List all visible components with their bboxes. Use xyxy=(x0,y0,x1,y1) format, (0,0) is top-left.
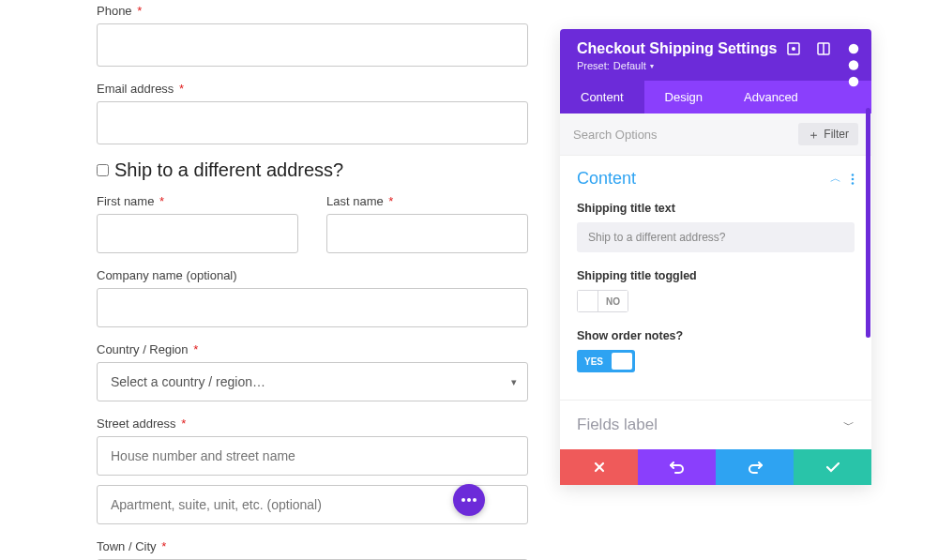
chevron-down-icon: ▾ xyxy=(650,62,654,70)
svg-point-1 xyxy=(467,498,471,502)
order-notes-toggle[interactable]: YES xyxy=(577,350,635,372)
chevron-down-icon: ﹀ xyxy=(843,417,855,433)
panel-footer xyxy=(560,449,871,485)
email-label: Email address * xyxy=(97,82,528,96)
shipping-toggled-label: Shipping title toggled xyxy=(577,269,855,282)
module-options-fab[interactable] xyxy=(453,484,485,516)
shipping-toggled-toggle[interactable]: NO xyxy=(577,290,628,312)
panel-body: Content ︿ Shipping title text Shipping t… xyxy=(560,156,871,400)
svg-point-0 xyxy=(461,498,465,502)
save-button[interactable] xyxy=(794,449,871,485)
phone-label: Phone * xyxy=(97,4,528,18)
cancel-button[interactable] xyxy=(560,449,638,485)
country-label: Country / Region * xyxy=(97,342,528,356)
settings-panel: Checkout Shipping Settings Preset: Defau… xyxy=(560,29,871,485)
undo-button[interactable] xyxy=(638,449,716,485)
tab-content[interactable]: Content xyxy=(560,81,644,114)
panel-preset[interactable]: Preset: Default ▾ xyxy=(577,60,855,71)
shipping-title-input[interactable] xyxy=(577,222,855,252)
svg-point-9 xyxy=(849,77,859,87)
redo-button[interactable] xyxy=(716,449,794,485)
panel-tabs: Content Design Advanced xyxy=(560,81,871,114)
checkout-form: Phone * Email address * Ship to a differ… xyxy=(97,0,528,560)
company-input[interactable] xyxy=(97,288,528,327)
panel-scrollbar[interactable] xyxy=(866,108,870,338)
search-options-input[interactable]: Search Options xyxy=(573,128,798,142)
fields-label-section[interactable]: Fields label ﹀ xyxy=(560,400,871,449)
tab-advanced[interactable]: Advanced xyxy=(723,81,819,114)
phone-input[interactable] xyxy=(97,23,528,67)
more-icon[interactable] xyxy=(847,42,860,55)
last-name-input[interactable] xyxy=(326,214,528,253)
first-name-input[interactable] xyxy=(97,214,298,253)
filter-button[interactable]: ＋ Filter xyxy=(798,123,858,145)
ship-different-checkbox[interactable] xyxy=(97,164,109,176)
required-mark: * xyxy=(137,4,142,18)
tab-design[interactable]: Design xyxy=(644,81,723,114)
svg-point-4 xyxy=(792,47,795,51)
panel-search-row: Search Options ＋ Filter xyxy=(560,114,871,156)
order-notes-label: Show order notes? xyxy=(577,329,855,342)
company-label: Company name (optional) xyxy=(97,268,528,282)
last-name-label: Last name * xyxy=(326,194,528,208)
ship-different-checkbox-row[interactable]: Ship to a different address? xyxy=(97,159,528,181)
town-label: Town / City * xyxy=(97,539,528,553)
svg-point-11 xyxy=(852,177,855,180)
ship-different-label: Ship to a different address? xyxy=(114,159,343,181)
required-mark: * xyxy=(179,82,184,96)
svg-point-12 xyxy=(852,182,855,185)
svg-point-2 xyxy=(473,498,477,502)
street-label: Street address * xyxy=(97,416,528,431)
country-select[interactable] xyxy=(97,362,528,401)
svg-point-8 xyxy=(849,60,859,70)
panel-header: Checkout Shipping Settings Preset: Defau… xyxy=(560,29,871,81)
first-name-label: First name * xyxy=(97,194,298,208)
street1-input[interactable] xyxy=(97,436,528,476)
section-content-title: Content xyxy=(577,169,636,189)
focus-icon[interactable] xyxy=(787,42,800,55)
columns-icon[interactable] xyxy=(817,42,830,55)
email-input[interactable] xyxy=(97,101,528,144)
section-more-icon[interactable] xyxy=(851,174,855,185)
svg-point-7 xyxy=(849,44,859,54)
shipping-title-label: Shipping title text xyxy=(577,202,855,215)
chevron-up-icon[interactable]: ︿ xyxy=(830,171,841,187)
svg-point-10 xyxy=(852,174,855,176)
